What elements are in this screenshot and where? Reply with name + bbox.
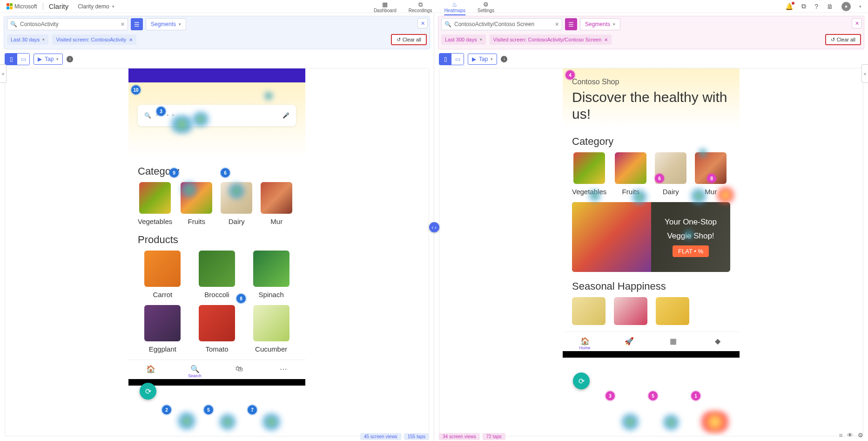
tab-heatmaps[interactable]: ♨Heatmaps bbox=[444, 1, 465, 13]
export-icon[interactable]: 🗎 bbox=[827, 3, 833, 10]
project-dropdown[interactable]: Clarity demo ▾ bbox=[78, 3, 114, 10]
divider bbox=[43, 3, 43, 10]
settings-icon: ⚙ bbox=[483, 1, 489, 7]
dashboard-icon: ▦ bbox=[382, 1, 388, 7]
avatar-chevron-icon[interactable]: ▾ bbox=[859, 4, 861, 9]
tab-recordings[interactable]: ⧉Recordings bbox=[409, 1, 432, 13]
tab-dashboard[interactable]: ▦Dashboard bbox=[374, 1, 397, 13]
heatmaps-icon: ♨ bbox=[452, 1, 458, 7]
recordings-icon: ⧉ bbox=[418, 1, 423, 7]
avatar[interactable]: ● bbox=[841, 2, 851, 11]
chevron-down-icon: ▾ bbox=[112, 4, 114, 9]
help-icon[interactable]: ? bbox=[814, 3, 818, 10]
microsoft-label: Microsoft bbox=[14, 3, 37, 10]
integrations-icon[interactable]: ⧉ bbox=[801, 2, 806, 10]
tab-settings[interactable]: ⚙Settings bbox=[478, 1, 494, 13]
project-label: Clarity demo bbox=[78, 3, 109, 10]
brand-label: Clarity bbox=[49, 2, 69, 10]
microsoft-logo: Microsoft bbox=[7, 3, 37, 10]
notifications-icon[interactable]: 🔔 bbox=[785, 3, 793, 10]
nav-tabs: ▦Dashboard ⧉Recordings ♨Heatmaps ⚙Settin… bbox=[374, 1, 494, 13]
nav-right: 🔔 ⧉ ? 🗎 ● ▾ bbox=[785, 2, 861, 11]
top-nav: Microsoft Clarity Clarity demo ▾ ▦Dashbo… bbox=[0, 0, 868, 13]
